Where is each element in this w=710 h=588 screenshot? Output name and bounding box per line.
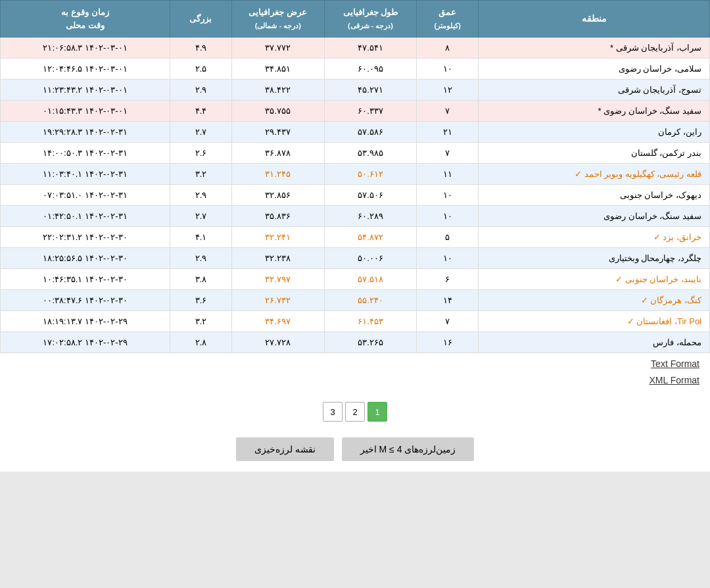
header-depth: عمق(کیلومتر) xyxy=(417,1,479,37)
table-row: Tir Pol، افغانستان ✓۷۶۱.۴۵۳۳۴.۶۹۷۳.۲۱۴۰۲… xyxy=(1,311,710,332)
table-row: قلعه رئیسی، کهگیلویه وبویر احمد ✓۱۱۵۰.۶۱… xyxy=(1,164,710,185)
cell-longitude: ۶۰.۳۳۷ xyxy=(324,101,417,122)
cell-latitude: ۲۹.۴۳۷ xyxy=(231,122,324,143)
cell-magnitude: ۲.۷ xyxy=(170,122,232,143)
cell-latitude: ۳۸.۴۲۲ xyxy=(231,80,324,101)
cell-latitude: ۳۴.۶۹۷ xyxy=(231,311,324,332)
table-row: سفید سنگ، خراسان رضوی۱۰۶۰.۲۸۹۳۵.۸۳۶۲.۷۱۴… xyxy=(1,206,710,227)
table-row: دیهوک، خراسان جنوبی۱۰۵۷.۵۰۶۳۲.۸۵۶۲.۹۱۴۰۲… xyxy=(1,185,710,206)
cell-latitude: ۲۶.۷۳۲ xyxy=(231,290,324,311)
cell-latitude: ۳۵.۷۵۵ xyxy=(231,101,324,122)
cell-depth: ۷ xyxy=(417,143,479,164)
earthquake-map-button[interactable]: نقشه لرزه‌خیزی xyxy=(236,437,334,461)
cell-depth: ۱۰ xyxy=(417,206,479,227)
cell-time: ۱۴۰۲-۰۲-۳۱ ۱۱:۰۳:۴۰.۱ xyxy=(1,164,170,185)
table-row: خرانق، یزد ✓۵۵۴.۸۷۲۳۲.۲۴۱۴.۱۱۴۰۲-۰۲-۳۰ ۲… xyxy=(1,227,710,248)
cell-time: ۱۴۰۲-۰۲-۳۱ ۰۷:۰۳:۵۱.۰ xyxy=(1,185,170,206)
table-row: محمله، فارس۱۶۵۳.۲۶۵۲۷.۷۲۸۲.۸۱۴۰۲-۰۲-۲۹ ۱… xyxy=(1,332,710,353)
cell-latitude: ۳۶.۸۷۸ xyxy=(231,143,324,164)
cell-latitude: ۳۷.۷۷۲ xyxy=(231,37,324,59)
xml-format-link[interactable]: XML Format xyxy=(650,372,700,389)
cell-longitude: ۴۷.۵۴۱ xyxy=(324,37,417,59)
table-row: تسوج، آذربایجان شرقی۱۲۴۵.۲۷۱۳۸.۴۲۲۲.۹۱۴۰… xyxy=(1,80,710,101)
cell-longitude: ۵۴.۸۷۲ xyxy=(324,227,417,248)
cell-magnitude: ۳.۶ xyxy=(170,290,232,311)
cell-time: ۱۴۰۲-۰۲-۳۱ ۱۹:۲۹:۲۸.۳ xyxy=(1,122,170,143)
cell-region: دیهوک، خراسان جنوبی xyxy=(479,185,710,206)
cell-region: Tir Pol، افغانستان ✓ xyxy=(479,311,710,332)
cell-depth: ۱۰ xyxy=(417,248,479,269)
format-links-container: Text Format XML Format xyxy=(0,353,710,394)
cell-longitude: ۵۷.۵۰۶ xyxy=(324,185,417,206)
cell-longitude: ۵۷.۵۱۸ xyxy=(324,269,417,290)
cell-longitude: ۵۰.۶۱۲ xyxy=(324,164,417,185)
cell-longitude: ۵۳.۲۶۵ xyxy=(324,332,417,353)
cell-depth: ۱۰ xyxy=(417,59,479,80)
cell-depth: ۱۰ xyxy=(417,185,479,206)
earthquakes-list-button[interactable]: زمین‌لرزه‌های 4 ≥ M اخیر xyxy=(342,437,475,461)
table-row: سلامی، خراسان رضوی۱۰۶۰.۰۹۵۳۴.۸۵۱۲.۵۱۴۰۲-… xyxy=(1,59,710,80)
cell-magnitude: ۲.۸ xyxy=(170,332,232,353)
earthquake-table: منطقه عمق(کیلومتر) طول جغرافیایی(درجه - … xyxy=(0,0,710,353)
cell-longitude: ۶۰.۰۹۵ xyxy=(324,59,417,80)
cell-magnitude: ۲.۹ xyxy=(170,185,232,206)
cell-depth: ۱۲ xyxy=(417,80,479,101)
page-3-button[interactable]: 3 xyxy=(323,402,343,422)
cell-longitude: ۵۷.۵۸۶ xyxy=(324,122,417,143)
cell-time: ۱۴۰۲-۰۲-۲۹ ۱۷:۰۲:۵۸.۲ xyxy=(1,332,170,353)
cell-depth: ۷ xyxy=(417,311,479,332)
cell-region: سفید سنگ، خراسان رضوی xyxy=(479,206,710,227)
table-row: سراب، آذربایجان شرقی *۸۴۷.۵۴۱۳۷.۷۷۲۴.۹۱۴… xyxy=(1,37,710,59)
header-latitude: عرض جغرافیایی(درجه - شمالی) xyxy=(231,1,324,37)
cell-magnitude: ۲.۷ xyxy=(170,206,232,227)
cell-magnitude: ۴.۹ xyxy=(170,37,232,59)
cell-depth: ۵ xyxy=(417,227,479,248)
header-region: منطقه xyxy=(479,1,710,37)
cell-time: ۱۴۰۲-۰۳-۰۱ ۱۲:۰۴:۴۶.۵ xyxy=(1,59,170,80)
cell-region: سراب، آذربایجان شرقی * xyxy=(479,37,710,59)
cell-magnitude: ۳.۲ xyxy=(170,311,232,332)
cell-time: ۱۴۰۲-۰۲-۳۱ ۰۱:۴۲:۵۰.۱ xyxy=(1,206,170,227)
table-row: سفید سنگ، خراسان رضوی *۷۶۰.۳۳۷۳۵.۷۵۵۴.۴۱… xyxy=(1,101,710,122)
cell-latitude: ۳۲.۲۳۸ xyxy=(231,248,324,269)
cell-region: چلگرد، چهارمحال وبختیاری xyxy=(479,248,710,269)
cell-depth: ۱۶ xyxy=(417,332,479,353)
header-time: زمان وقوع بهوقت محلی xyxy=(1,1,170,37)
cell-magnitude: ۳.۲ xyxy=(170,164,232,185)
page-1-button[interactable]: 1 xyxy=(367,402,387,422)
cell-time: ۱۴۰۲-۰۳-۰۱ ۲۱:۰۶:۵۸.۳ xyxy=(1,37,170,59)
cell-region: بندر ترکمن، گلستان xyxy=(479,143,710,164)
cell-longitude: ۵۰.۰۰۶ xyxy=(324,248,417,269)
text-format-link[interactable]: Text Format xyxy=(651,356,699,372)
cell-depth: ۸ xyxy=(417,37,479,59)
cell-longitude: ۴۵.۲۷۱ xyxy=(324,80,417,101)
cell-region: سلامی، خراسان رضوی xyxy=(479,59,710,80)
cell-magnitude: ۴.۱ xyxy=(170,227,232,248)
cell-time: ۱۴۰۲-۰۲-۳۰ ۱۸:۲۵:۵۶.۵ xyxy=(1,248,170,269)
pagination-container: 3 2 1 xyxy=(0,394,710,429)
cell-time: ۱۴۰۲-۰۲-۳۰ ۲۲:۰۲:۳۱.۲ xyxy=(1,227,170,248)
header-longitude: طول جغرافیایی(درجه - شرقی) xyxy=(324,1,417,37)
cell-time: ۱۴۰۲-۰۲-۳۰ ۱۰:۴۶:۳۵.۱ xyxy=(1,269,170,290)
cell-depth: ۱۱ xyxy=(417,164,479,185)
cell-magnitude: ۲.۹ xyxy=(170,80,232,101)
cell-time: ۱۴۰۲-۰۳-۰۱ ۱۱:۲۳:۴۳.۲ xyxy=(1,80,170,101)
cell-longitude: ۶۱.۴۵۳ xyxy=(324,311,417,332)
cell-latitude: ۳۴.۸۵۱ xyxy=(231,59,324,80)
cell-region: سفید سنگ، خراسان رضوی * xyxy=(479,101,710,122)
table-row: نایبند، خراسان جنوبی ✓۶۵۷.۵۱۸۳۲.۷۹۷۳.۸۱۴… xyxy=(1,269,710,290)
header-magnitude: بزرگی xyxy=(170,1,232,37)
cell-region: راین، کرمان xyxy=(479,122,710,143)
cell-depth: ۲۱ xyxy=(417,122,479,143)
table-row: چلگرد، چهارمحال وبختیاری۱۰۵۰.۰۰۶۳۲.۲۳۸۲.… xyxy=(1,248,710,269)
main-container: منطقه عمق(کیلومتر) طول جغرافیایی(درجه - … xyxy=(0,0,710,472)
cell-time: ۱۴۰۲-۰۲-۳۰ ۰۰:۳۸:۴۷.۶ xyxy=(1,290,170,311)
cell-region: قلعه رئیسی، کهگیلویه وبویر احمد ✓ xyxy=(479,164,710,185)
cell-magnitude: ۲.۵ xyxy=(170,59,232,80)
cell-latitude: ۲۷.۷۲۸ xyxy=(231,332,324,353)
cell-depth: ۶ xyxy=(417,269,479,290)
cell-time: ۱۴۰۲-۰۲-۳۱ ۱۴:۰۰:۵۰.۳ xyxy=(1,143,170,164)
cell-latitude: ۳۲.۷۹۷ xyxy=(231,269,324,290)
cell-region: محمله، فارس xyxy=(479,332,710,353)
page-2-button[interactable]: 2 xyxy=(345,402,365,422)
